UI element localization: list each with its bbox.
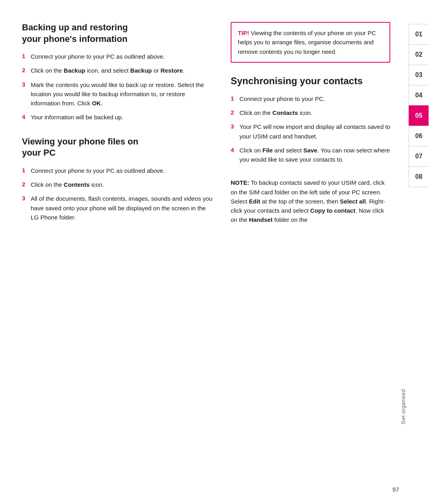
backup-list: 1 Connect your phone to your PC as outli…: [22, 52, 215, 122]
list-item: 2 Click on the Backup icon, and select B…: [22, 66, 215, 75]
chapter-tab-02[interactable]: 02: [409, 44, 429, 65]
left-column: Backing up and restoring your phone's in…: [22, 22, 215, 480]
list-item: 3 Mark the contents you would like to ba…: [22, 80, 215, 108]
list-item: 1 Connect your phone to your PC as outli…: [22, 52, 215, 61]
list-item: 3 Your PC will now import and display al…: [231, 122, 390, 141]
note-block: NOTE: To backup contacts saved to your U…: [231, 178, 390, 224]
list-item: 2 Click on the Contacts icon.: [231, 108, 390, 117]
chapter-tab-08[interactable]: 08: [409, 166, 429, 187]
viewing-heading: Viewing your phone files on your PC: [22, 136, 215, 159]
page-container: 01 02 03 04 05 06 07 08 Get organised 97…: [0, 0, 431, 504]
chapter-tab-06[interactable]: 06: [409, 126, 429, 146]
backup-heading: Backing up and restoring your phone's in…: [22, 22, 215, 45]
chapter-tab-07[interactable]: 07: [409, 146, 429, 167]
sync-heading: Synchronising your contacts: [231, 75, 390, 87]
note-label: NOTE:: [231, 179, 249, 186]
chapter-tab-01[interactable]: 01: [409, 24, 429, 45]
list-item: 2 Click on the Contents icon.: [22, 180, 215, 189]
list-item: 4 Your information will be backed up.: [22, 113, 215, 122]
chapter-sidebar: 01 02 03 04 05 06 07 08: [406, 0, 431, 504]
right-column: TIP! Viewing the contents of your phone …: [227, 22, 390, 480]
tip-content: TIP! Viewing the contents of your phone …: [238, 28, 383, 56]
list-item: 1 Connect your phone to your PC.: [231, 94, 390, 103]
list-item: 3 All of the documents, flash contents, …: [22, 194, 215, 222]
get-organised-label: Get organised: [400, 389, 406, 424]
main-content: Backing up and restoring your phone's in…: [0, 0, 406, 504]
tip-label: TIP!: [238, 30, 249, 36]
sync-list: 1 Connect your phone to your PC. 2 Click…: [231, 94, 390, 164]
chapter-tab-05[interactable]: 05: [409, 105, 429, 126]
list-item: 4 Click on File and select Save. You can…: [231, 146, 390, 164]
chapter-tab-03[interactable]: 03: [409, 65, 429, 85]
chapter-tab-04[interactable]: 04: [409, 85, 429, 106]
viewing-list: 1 Connect your phone to your PC as outli…: [22, 166, 215, 222]
list-item: 1 Connect your phone to your PC as outli…: [22, 166, 215, 175]
page-number: 97: [392, 486, 399, 493]
tip-box: TIP! Viewing the contents of your phone …: [231, 22, 390, 63]
